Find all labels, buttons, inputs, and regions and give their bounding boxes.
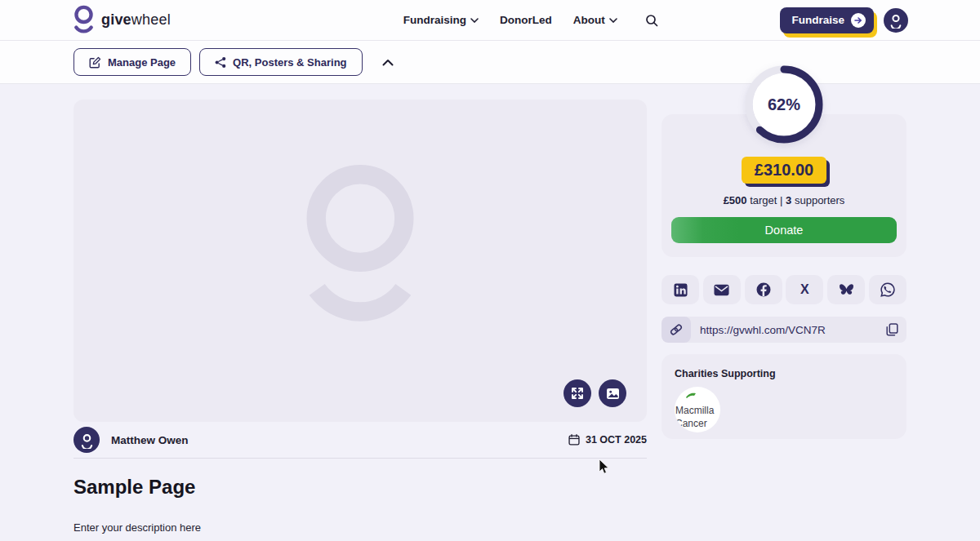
nav-donorled[interactable]: DonorLed xyxy=(500,14,552,26)
share-facebook-button[interactable] xyxy=(745,275,782,304)
brand-name: givewheel xyxy=(101,11,171,29)
fundraiser-sidebar: 62% £310.00 £500 target | 3 supporters D… xyxy=(662,84,906,534)
share-email-button[interactable] xyxy=(703,275,741,304)
top-navbar: givewheel Fundraising DonorLed About Fun… xyxy=(0,0,980,41)
expand-image-button[interactable] xyxy=(564,379,591,407)
author-name: Matthew Owen xyxy=(111,434,189,446)
chevron-down-icon xyxy=(609,18,617,23)
page-description: Enter your description here xyxy=(74,521,647,534)
share-linkedin-button[interactable] xyxy=(662,275,699,304)
target-label: target xyxy=(750,194,777,206)
nav-about-label: About xyxy=(573,14,605,26)
bluesky-butterfly-icon xyxy=(839,283,854,297)
author[interactable]: Matthew Owen xyxy=(74,427,189,453)
nav-fundraising[interactable]: Fundraising xyxy=(403,14,479,26)
image-icon xyxy=(606,388,620,400)
share-buttons-row: X xyxy=(662,275,906,304)
account-avatar[interactable] xyxy=(884,8,908,33)
fundraise-button-label: Fundraise xyxy=(791,14,844,26)
header-actions: Fundraise xyxy=(780,7,908,33)
givewheel-watermark-icon xyxy=(306,163,414,338)
brand-bold: give xyxy=(101,11,131,28)
facebook-icon xyxy=(756,282,771,297)
collapse-toolbar-button[interactable] xyxy=(382,59,394,66)
nav-fundraising-label: Fundraising xyxy=(403,14,466,26)
email-icon xyxy=(714,284,729,296)
target-amount: £500 xyxy=(724,194,747,206)
charity-name-line2: Cancer xyxy=(675,417,714,430)
target-supporters-line: £500 target | 3 supporters xyxy=(662,194,906,206)
charities-supporting-card: Charities Supporting Macmilla Cancer xyxy=(662,354,906,439)
progress-ring: 62% xyxy=(743,64,825,145)
search-button[interactable] xyxy=(645,14,658,27)
linkedin-icon xyxy=(674,283,688,297)
brand-regular: wheel xyxy=(131,11,171,28)
publish-date: 31 OCT 2025 xyxy=(568,434,647,446)
x-icon: X xyxy=(800,282,809,297)
qr-posters-sharing-label: QR, Posters & Sharing xyxy=(233,56,346,69)
fundraise-button[interactable]: Fundraise xyxy=(780,7,874,33)
edit-icon xyxy=(89,56,101,69)
byline-row: Matthew Owen 31 OCT 2025 xyxy=(74,422,647,459)
link-icon-box xyxy=(662,317,691,343)
arrow-right-icon xyxy=(851,13,866,28)
expand-icon xyxy=(571,387,584,400)
copy-icon xyxy=(886,323,898,336)
chevron-down-icon xyxy=(470,18,479,23)
supporters-count: 3 xyxy=(786,194,791,206)
progress-percent: 62% xyxy=(743,64,825,145)
page-column: Matthew Owen 31 OCT 2025 Sample Page Ent… xyxy=(74,84,647,534)
share-icon xyxy=(215,56,226,69)
qr-posters-sharing-button[interactable]: QR, Posters & Sharing xyxy=(199,48,362,76)
main-content: Matthew Owen 31 OCT 2025 Sample Page Ent… xyxy=(0,84,980,534)
link-icon xyxy=(670,323,683,336)
author-avatar xyxy=(74,427,100,453)
change-image-button[interactable] xyxy=(599,379,626,407)
nav-donorled-label: DonorLed xyxy=(500,14,552,26)
manage-page-button[interactable]: Manage Page xyxy=(74,48,191,76)
givewheel-logo[interactable]: givewheel xyxy=(74,5,171,36)
manage-page-label: Manage Page xyxy=(108,56,176,69)
page-toolbar: Manage Page QR, Posters & Sharing xyxy=(0,41,980,84)
amount-raised-badge: £310.00 xyxy=(742,157,826,184)
givewheel-logo-icon xyxy=(74,5,94,36)
search-icon xyxy=(645,14,658,27)
share-whatsapp-button[interactable] xyxy=(869,275,906,304)
charity-name: Macmilla Cancer xyxy=(675,404,714,430)
person-icon xyxy=(888,12,904,29)
share-x-button[interactable]: X xyxy=(786,275,823,304)
cover-image-placeholder xyxy=(74,100,647,422)
copy-url-button[interactable] xyxy=(878,323,906,336)
nav-about[interactable]: About xyxy=(573,14,617,26)
charity-logo-macmillan[interactable]: Macmilla Cancer xyxy=(675,387,720,432)
charity-name-line1: Macmilla xyxy=(675,404,714,417)
chevron-up-icon xyxy=(382,59,394,66)
share-url-text: https://gvwhl.com/VCN7R xyxy=(700,324,878,336)
charity-brushstroke-icon xyxy=(685,392,697,399)
divider: | xyxy=(780,194,782,206)
charities-heading: Charities Supporting xyxy=(675,368,893,379)
person-icon xyxy=(78,432,96,449)
donate-button[interactable]: Donate xyxy=(671,217,897,243)
share-url-bar: https://gvwhl.com/VCN7R xyxy=(662,317,906,343)
supporters-label: supporters xyxy=(795,194,844,206)
page-title: Sample Page xyxy=(74,476,647,499)
share-bluesky-button[interactable] xyxy=(827,275,865,304)
main-nav: Fundraising DonorLed About xyxy=(403,14,658,27)
calendar-icon xyxy=(568,434,580,446)
whatsapp-icon xyxy=(880,282,895,297)
cover-image-actions xyxy=(564,379,626,407)
publish-date-text: 31 OCT 2025 xyxy=(586,434,647,446)
